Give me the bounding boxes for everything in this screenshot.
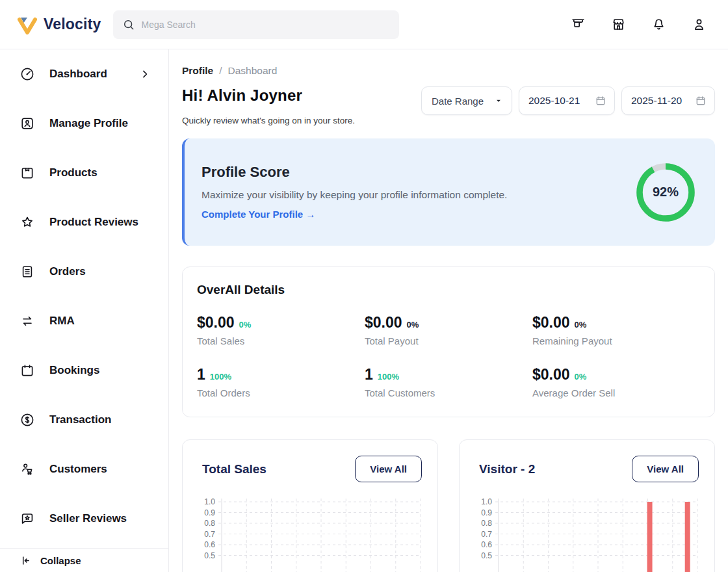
sidebar-item-rma[interactable]: RMA: [0, 296, 168, 346]
search-icon: [122, 18, 135, 31]
visitor-title: Visitor - 2: [479, 462, 535, 476]
breadcrumb-dashboard: Dashboard: [228, 65, 278, 77]
calendar-icon: [595, 95, 606, 107]
stat-percent: 0%: [575, 372, 587, 382]
velocity-logo-icon: [16, 14, 39, 35]
stat-value: 1: [365, 366, 373, 384]
stat-value: $0.00: [197, 314, 235, 332]
overall-stats-grid: $0.000%Total Sales$0.000%Total Payout$0.…: [197, 314, 700, 398]
stat-label: Total Orders: [197, 387, 365, 398]
stat-total-customers: 1100%Total Customers: [365, 366, 532, 398]
sidebar-item-manage-profile[interactable]: Manage Profile: [0, 99, 168, 148]
stat-label: Total Sales: [197, 335, 365, 346]
svg-text:0.6: 0.6: [204, 540, 215, 549]
svg-text:0.7: 0.7: [481, 530, 492, 539]
stat-percent: 100%: [378, 372, 399, 382]
end-date-value: 2025-11-20: [631, 95, 682, 107]
profile-score-card: Profile Score Maximize your visibility b…: [182, 138, 715, 246]
stat-total-payout: $0.000%Total Payout: [365, 314, 532, 346]
user-icon[interactable]: [690, 16, 707, 33]
dollar-circle-icon: [20, 412, 35, 428]
swap-arrows-icon: [20, 313, 35, 329]
mega-search-bar[interactable]: [113, 10, 399, 39]
total-sales-view-all-button[interactable]: View All: [355, 456, 422, 482]
end-date-input[interactable]: 2025-11-20: [621, 86, 715, 115]
stat-percent: 0%: [239, 320, 252, 330]
stat-average-order-sell: $0.000%Average Order Sell: [532, 366, 700, 398]
stat-label: Total Customers: [365, 387, 532, 398]
sidebar-item-label: Manage Profile: [49, 117, 128, 130]
breadcrumb: Profile / Dashboard: [182, 65, 715, 77]
total-sales-card: Total Sales View All 1.00.90.80.70.60.5: [182, 439, 438, 572]
sidebar-nav: DashboardManage ProfileProductsProduct R…: [0, 49, 168, 543]
svg-text:0.8: 0.8: [204, 519, 215, 528]
sidebar-item-dashboard[interactable]: Dashboard: [0, 49, 168, 99]
page-title: Hi! Alvin Joyner: [182, 86, 355, 105]
main-content: Profile / Dashboard Hi! Alvin Joyner Qui…: [169, 49, 728, 572]
visitor-view-all-button[interactable]: View All: [632, 456, 699, 482]
logo-text: Velocity: [44, 16, 101, 33]
sidebar-item-bookings[interactable]: Bookings: [0, 346, 168, 395]
sidebar-item-orders[interactable]: Orders: [0, 247, 168, 296]
stat-label: Total Payout: [365, 335, 532, 346]
shop-icon[interactable]: [610, 16, 627, 33]
stat-total-orders: 1100%Total Orders: [197, 366, 365, 398]
sidebar-item-transaction[interactable]: Transaction: [0, 395, 168, 445]
sidebar-item-label: Transaction: [49, 413, 111, 426]
svg-text:0.7: 0.7: [204, 530, 215, 539]
caret-down-icon: [494, 96, 503, 105]
total-sales-chart: 1.00.90.80.70.60.5: [196, 495, 424, 572]
sidebar: DashboardManage ProfileProductsProduct R…: [0, 49, 169, 572]
bell-icon[interactable]: [650, 16, 667, 33]
search-input[interactable]: [142, 20, 390, 30]
profile-card-icon: [20, 116, 35, 131]
collapse-icon: [20, 554, 32, 567]
breadcrumb-profile[interactable]: Profile: [182, 65, 213, 77]
stat-total-sales: $0.000%Total Sales: [197, 314, 365, 346]
stat-value: $0.00: [532, 366, 570, 384]
profile-score-donut: 92%: [634, 161, 697, 224]
sidebar-item-seller-reviews[interactable]: Seller Reviews: [0, 494, 168, 543]
stat-label: Remaining Payout: [532, 335, 700, 346]
collapse-label: Collapse: [40, 555, 81, 566]
overall-details-title: OverAll Details: [197, 283, 700, 297]
app-logo[interactable]: Velocity: [16, 14, 101, 35]
sidebar-item-product-reviews[interactable]: Product Reviews: [0, 198, 168, 247]
sidebar-collapse-button[interactable]: Collapse: [0, 548, 168, 572]
sidebar-item-label: RMA: [49, 315, 75, 328]
star-icon: [20, 214, 35, 230]
storefront-icon[interactable]: [569, 16, 586, 33]
top-header: Velocity: [0, 0, 728, 49]
profile-score-description: Maximize your visibility by keeping your…: [202, 187, 507, 203]
sidebar-item-label: Customers: [49, 463, 107, 476]
document-icon: [20, 264, 35, 280]
stat-remaining-payout: $0.000%Remaining Payout: [532, 314, 700, 346]
customer-cart-icon: [20, 462, 35, 477]
total-sales-title: Total Sales: [202, 462, 266, 476]
stat-value: 1: [197, 366, 205, 384]
box-icon: [20, 165, 35, 181]
svg-text:1.0: 1.0: [481, 497, 492, 506]
stat-percent: 0%: [407, 320, 419, 330]
svg-text:0.9: 0.9: [481, 508, 492, 517]
stat-label: Average Order Sell: [532, 387, 700, 398]
sidebar-item-customers[interactable]: Customers: [0, 445, 168, 494]
profile-score-info: Profile Score Maximize your visibility b…: [202, 164, 507, 220]
svg-text:0.9: 0.9: [204, 508, 215, 517]
date-range-select[interactable]: Date Range: [421, 86, 512, 115]
page-title-block: Hi! Alvin Joyner Quickly review what's g…: [182, 86, 355, 125]
complete-profile-link[interactable]: Complete Your Profile →: [202, 209, 315, 220]
overall-details-card: OverAll Details $0.000%Total Sales$0.000…: [182, 266, 715, 417]
sidebar-item-products[interactable]: Products: [0, 148, 168, 198]
stat-percent: 100%: [210, 372, 231, 382]
svg-text:1.0: 1.0: [204, 497, 215, 506]
svg-text:0.6: 0.6: [481, 540, 492, 549]
date-range-label: Date Range: [432, 96, 484, 107]
start-date-input[interactable]: 2025-10-21: [519, 86, 615, 115]
profile-score-percent: 92%: [634, 161, 697, 224]
review-bubble-icon: [20, 511, 35, 526]
svg-text:0.5: 0.5: [204, 551, 215, 560]
stat-value: $0.00: [365, 314, 402, 332]
date-filters: Date Range 2025-10-21 2025-11-20: [421, 86, 715, 115]
visitor-chart: 1.00.90.80.70.60.5: [473, 495, 701, 572]
